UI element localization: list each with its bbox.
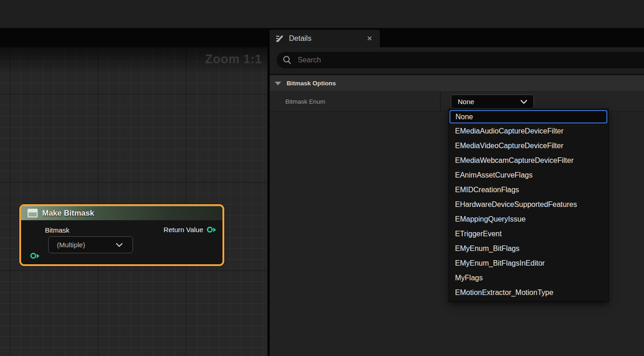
make-bitmask-node[interactable]: Make Bitmask Bitmask (Multiple) Return V… [19, 204, 224, 266]
tab-details-label: Details [289, 34, 365, 43]
pin-circle-icon [207, 227, 213, 233]
details-panel-icon [275, 34, 284, 43]
search-placeholder: Search [298, 56, 321, 64]
bitmask-enum-combobox[interactable]: None [451, 95, 534, 109]
bitmask-value-text: (Multiple) [57, 241, 85, 249]
search-icon [282, 55, 292, 65]
return-value-label: Return Value [164, 226, 203, 234]
bitmask-pin-label: Bitmask [45, 226, 69, 234]
enum-dropdown-list: NoneEMediaAudioCaptureDeviceFilterEMedia… [449, 109, 609, 302]
make-bitmask-node-body: Bitmask (Multiple) Return Value [21, 220, 222, 264]
enum-option[interactable]: EMotionExtractor_MotionType [449, 285, 608, 300]
node-title: Make Bitmask [42, 209, 94, 218]
top-toolbar [0, 0, 644, 28]
details-panel: Search Bitmask Options Bitmask Enum None… [270, 47, 644, 356]
pin-arrow-icon [213, 228, 216, 232]
enum-option[interactable]: EMediaWebcamCaptureDeviceFilter [449, 153, 608, 168]
tab-details[interactable]: Details ✕ [270, 30, 380, 47]
enum-option[interactable]: EMyEnum_BitFlagsInEditor [449, 256, 608, 271]
pure-function-icon [28, 209, 38, 217]
enum-option[interactable]: MyFlags [449, 271, 608, 285]
section-title: Bitmask Options [287, 80, 336, 87]
chevron-down-icon [116, 243, 122, 247]
return-value-output: Return Value [164, 226, 216, 234]
enum-option[interactable]: EAnimAssetCurveFlags [449, 168, 608, 183]
enum-option[interactable]: EMappingQueryIssue [449, 212, 608, 227]
search-input[interactable]: Search [277, 52, 644, 68]
bitmask-enum-value: None [458, 98, 474, 106]
enum-option[interactable]: EMediaAudioCaptureDeviceFilter [449, 124, 608, 139]
enum-option[interactable]: EMediaVideoCaptureDeviceFilter [449, 139, 608, 153]
enum-option[interactable]: EMIDCreationFlags [449, 183, 608, 197]
bitmask-value-dropdown[interactable]: (Multiple) [48, 236, 133, 253]
enum-option[interactable]: ETriggerEvent [449, 227, 608, 241]
bitmask-enum-label: Bitmask Enum [285, 92, 325, 111]
enum-option[interactable]: EMyEnum_BitFlags [449, 241, 608, 256]
pin-circle-icon [30, 253, 36, 259]
enum-option[interactable]: None [450, 110, 607, 123]
chevron-down-icon [521, 100, 527, 104]
blueprint-graph-canvas[interactable]: Zoom 1:1 Make Bitmask Bitmask (Multiple) [0, 47, 267, 356]
search-strip: Search [270, 47, 644, 75]
graph-zoom-level: Zoom 1:1 [205, 52, 262, 67]
pin-arrow-icon [37, 254, 39, 258]
return-value-output-pin[interactable] [207, 227, 216, 233]
make-bitmask-node-header[interactable]: Make Bitmask [21, 206, 222, 220]
column-divider[interactable] [440, 92, 441, 111]
expand-arrow-icon [275, 82, 281, 85]
close-icon[interactable]: ✕ [365, 34, 374, 43]
section-bitmask-options[interactable]: Bitmask Options [270, 75, 644, 91]
unreal-editor-window: Details ✕ Zoom 1:1 Make Bitmask Bitmask … [0, 0, 644, 356]
enum-option[interactable]: EHardwareDeviceSupportedFeatures [449, 197, 608, 212]
bitmask-input-pin[interactable] [30, 253, 39, 259]
